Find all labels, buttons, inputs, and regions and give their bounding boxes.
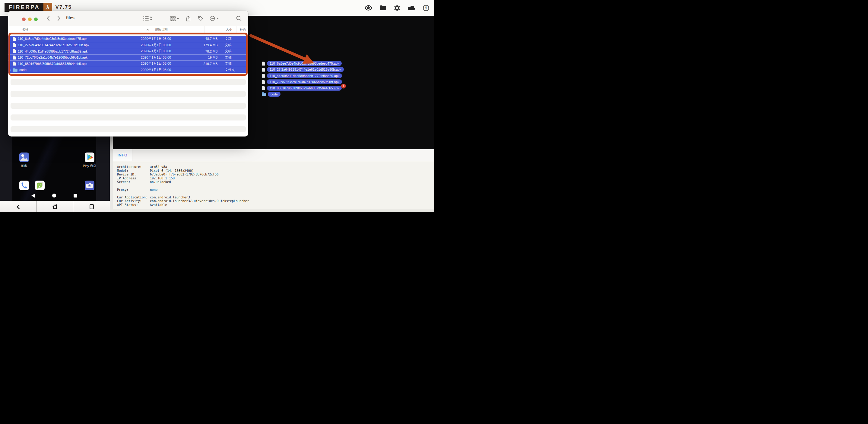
forward-button[interactable] <box>57 11 61 26</box>
device-info-row: Cur Application:com.android.launcher3 <box>117 195 249 199</box>
app-messages[interactable] <box>31 180 49 190</box>
folder-icon <box>13 68 18 72</box>
document-icon <box>12 61 16 66</box>
disclosure-chevron-icon[interactable]: › <box>9 68 13 72</box>
search-icon[interactable] <box>236 11 242 26</box>
file-date: 2020年1月1日 08:00 <box>138 67 190 73</box>
document-icon <box>262 67 266 72</box>
column-header-name[interactable]: 名称 <box>8 27 152 32</box>
file-row[interactable]: › 110_6a8ee7d0e4fc9c03cfc5e93cedeec475.a… <box>8 36 248 42</box>
file-row[interactable]: › 110_44c095c11d4e5898babb1772fcf8aa69.a… <box>8 48 248 54</box>
document-icon <box>262 80 266 84</box>
play-store-app-label: Play 商店 <box>81 164 99 168</box>
messages-app-icon <box>35 180 44 190</box>
group-view-icon[interactable] <box>170 11 179 26</box>
lambda-logo-icon: λ <box>43 3 52 12</box>
device-info-row <box>117 184 249 188</box>
app-window: FIRERPA λ V7.75 i <box>0 0 434 212</box>
file-date: 2020年1月1日 08:00 <box>138 55 190 61</box>
file-kind: 文稿 <box>222 36 248 42</box>
tab-info[interactable]: INFO <box>113 149 132 161</box>
gallery-app-label: 图库 <box>15 164 33 168</box>
empty-row-stripe <box>10 91 246 97</box>
info-label: IP Address: <box>117 176 150 180</box>
folder-icon[interactable] <box>380 5 386 10</box>
drag-preview-item: 110_44c095c11d4e5898babb1772fcf8aa69.apk <box>262 74 344 78</box>
file-size: 48.7 MB <box>190 36 222 42</box>
column-header-kind[interactable]: 种类 <box>236 26 248 33</box>
device-info-row: Device ID:673abbe0-ff7b-9d82-1792-8876cb… <box>117 172 249 176</box>
window-title: files <box>66 16 74 20</box>
document-icon <box>262 61 266 66</box>
app-logo: FIRERPA λ V7.75 <box>4 3 72 12</box>
info-label: Cur Application: <box>117 195 150 199</box>
app-camera[interactable] <box>81 180 99 190</box>
host-frame-button[interactable] <box>73 201 110 212</box>
drag-preview-list: 110_6a8ee7d0e4fc9c03cfc5e93cedeec475.apk… <box>262 61 344 98</box>
file-size: 78.2 MB <box>190 48 222 54</box>
file-size: 179.4 MB <box>190 42 222 48</box>
device-info-row: Screen:on,unlocked <box>117 180 249 184</box>
gallery-app-icon <box>19 152 29 162</box>
info-label: Architecture: <box>117 165 150 169</box>
info-value: com.android.launcher3 <box>150 195 190 199</box>
drag-file-pill: 110_27f2a64923914744e1e61e01d518e90b.apk <box>267 67 344 72</box>
device-info-row: API Status:Available <box>117 203 249 207</box>
file-row[interactable]: › 110_27f2a64923914744e1e61e01d518e90b.a… <box>8 42 248 48</box>
file-kind: 文稿 <box>222 48 248 54</box>
eye-icon[interactable] <box>365 5 372 10</box>
column-header-date[interactable]: 修改日期 <box>152 26 204 33</box>
back-button[interactable] <box>46 11 50 26</box>
host-back-button[interactable] <box>0 201 37 212</box>
minimize-window-button[interactable] <box>28 18 32 21</box>
info-icon[interactable]: i <box>423 5 429 11</box>
cloud-icon[interactable] <box>408 5 415 10</box>
app-play-store[interactable]: Play 商店 <box>81 152 99 168</box>
info-label: Device ID: <box>117 172 150 176</box>
info-label: Proxy: <box>117 188 150 192</box>
document-icon <box>262 74 266 78</box>
app-gallery[interactable]: 图库 <box>15 152 33 168</box>
info-label: API Status: <box>117 203 150 206</box>
file-kind: 文件夹 <box>222 67 248 73</box>
gear-icon[interactable] <box>394 5 400 11</box>
panel-resize-strip[interactable] <box>113 209 434 212</box>
drag-file-pill: 110_6a8ee7d0e4fc9c03cfc5e93cedeec475.apk <box>267 61 342 66</box>
empty-row-stripe <box>10 103 246 109</box>
file-row[interactable]: › code 2020年1月1日 08:00 -- 文件夹 <box>8 67 248 73</box>
maximize-window-button[interactable] <box>34 18 38 21</box>
tag-icon[interactable] <box>198 11 203 26</box>
android-back-button[interactable] <box>31 194 35 198</box>
android-home-button[interactable] <box>52 194 56 198</box>
close-window-button[interactable] <box>22 18 26 21</box>
finder-window: files 名称 <box>8 11 248 137</box>
file-list: › 110_6a8ee7d0e4fc9c03cfc5e93cedeec475.a… <box>8 36 248 73</box>
info-value: none <box>150 188 157 192</box>
empty-row-stripe <box>10 126 246 132</box>
device-info-row: IP Address:192.168.1.158 <box>117 176 249 180</box>
column-header-size[interactable]: 大小 <box>204 26 236 33</box>
info-value: Available <box>150 203 167 206</box>
sort-ascending-icon <box>146 29 149 31</box>
document-icon <box>12 36 16 41</box>
info-value: com.android.launcher3/.uioverrides.Quick… <box>150 199 249 203</box>
device-info-row: Architecture:arm64-v8a <box>117 165 249 169</box>
drag-preview-item: 110_72cc76f0e2a1c04b7e12065bcc59b1bf.apk <box>262 79 344 84</box>
more-actions-icon[interactable] <box>210 11 220 26</box>
share-icon[interactable] <box>186 11 191 26</box>
svg-text:i: i <box>425 6 427 10</box>
app-phone[interactable] <box>15 180 33 190</box>
info-label: Model: <box>117 169 150 172</box>
file-size: 19 MB <box>190 55 222 61</box>
file-name: 110_72cc76f0e2a1c04b7e12065bcc59b1bf.apk <box>18 56 88 59</box>
file-row[interactable]: › 110_8801679b6f89ffb679ab685735644cb5.a… <box>8 60 248 67</box>
list-view-icon[interactable] <box>143 11 152 26</box>
document-icon <box>12 43 16 48</box>
file-row[interactable]: › 110_72cc76f0e2a1c04b7e12065bcc59b1bf.a… <box>8 54 248 61</box>
bottom-tab-bar: INFO <box>113 149 434 161</box>
file-date: 2020年1月1日 08:00 <box>138 36 190 42</box>
android-recents-button[interactable] <box>73 194 77 198</box>
host-home-button[interactable] <box>37 201 73 212</box>
file-name: 110_44c095c11d4e5898babb1772fcf8aa69.apk <box>18 50 88 53</box>
phone-app-icon <box>19 180 29 190</box>
